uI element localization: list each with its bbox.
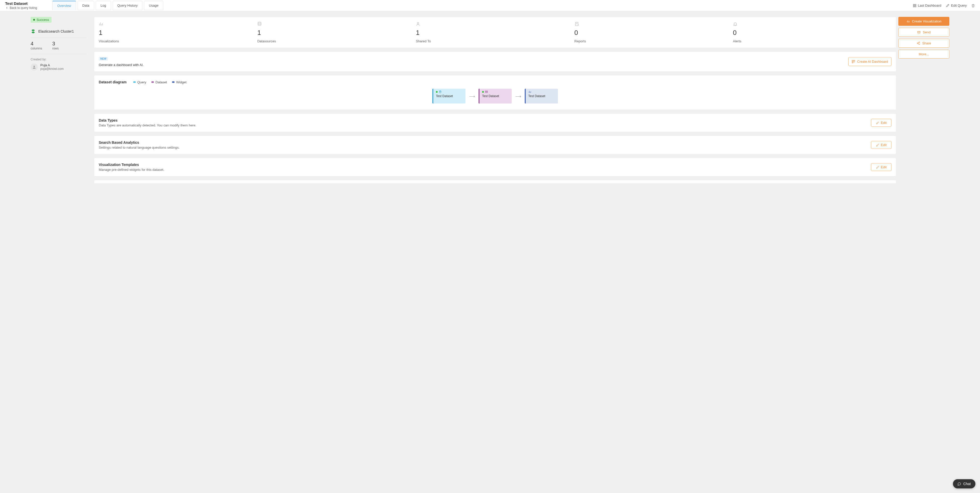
node-label: Test Dataset xyxy=(528,94,555,98)
diagram-node-dataset[interactable]: Test Dataset xyxy=(479,89,512,103)
status-mini-icon xyxy=(482,91,484,93)
columns-label: columns xyxy=(30,47,42,50)
last-dashboard-link[interactable]: Last Dashboard xyxy=(913,3,942,7)
legend-widget: Widget xyxy=(172,80,186,84)
stat-label: Datasources xyxy=(257,39,416,43)
search-analytics-edit-button[interactable]: Edit xyxy=(871,141,891,149)
svg-point-10 xyxy=(417,22,419,24)
sparkle-icon xyxy=(852,60,855,63)
rows-count: 3 rows xyxy=(52,41,59,50)
stat-visualizations[interactable]: 1 Visualizations xyxy=(99,22,257,43)
ai-card: NEW Generate a dashboard with AI. Create… xyxy=(94,51,896,71)
data-types-edit-button[interactable]: Edit xyxy=(871,119,891,127)
viz-templates-card: Visualization Templates Manage pre-defin… xyxy=(94,158,896,176)
data-types-title: Data Types xyxy=(99,118,196,122)
svg-point-35 xyxy=(919,44,920,44)
send-label: Send xyxy=(923,30,931,34)
node-label: Test Dataset xyxy=(436,94,463,98)
diagram-row: Test Dataset ⟶ Test Dataset ⟶ xyxy=(99,88,891,105)
user-name: Puja A xyxy=(40,63,64,67)
legend-widget-label: Widget xyxy=(176,80,186,84)
tab-query-history[interactable]: Query History xyxy=(113,1,142,10)
page-title: Test Dataset xyxy=(5,1,37,6)
page-body: Success Elasticsearch Cluster1 4 columns… xyxy=(0,11,980,194)
send-icon xyxy=(917,30,921,34)
last-dashboard-label: Last Dashboard xyxy=(918,3,942,7)
edit-query-link[interactable]: Edit Query xyxy=(946,3,967,7)
send-button[interactable]: Send xyxy=(898,28,950,37)
edit-query-label: Edit Query xyxy=(951,3,967,7)
diagram-node-widget[interactable]: Test Dataset xyxy=(525,89,558,103)
share-icon xyxy=(917,41,920,45)
edit-label: Edit xyxy=(881,121,886,125)
svg-rect-3 xyxy=(915,6,916,7)
stat-label: Shared To xyxy=(416,39,574,43)
ai-button-label: Create AI Dashboard xyxy=(857,60,888,63)
ai-text: Generate a dashboard with AI. xyxy=(99,63,144,67)
ai-text-block: NEW Generate a dashboard with AI. xyxy=(99,56,144,67)
stat-label: Reports xyxy=(574,39,733,43)
share-button[interactable]: Share xyxy=(898,39,950,48)
tab-data[interactable]: Data xyxy=(78,1,94,10)
pencil-icon xyxy=(876,165,880,169)
tab-usage[interactable]: Usage xyxy=(144,1,163,10)
legend-query: Query xyxy=(133,80,146,84)
stat-reports[interactable]: 0 Reports xyxy=(574,22,733,43)
svg-point-4 xyxy=(33,65,35,67)
stats-card: 1 Visualizations 1 Datasources 1 Shared … xyxy=(94,17,896,48)
diagram-node-query[interactable]: Test Dataset xyxy=(432,89,466,103)
sidebar: Success Elasticsearch Cluster1 4 columns… xyxy=(30,17,87,184)
pencil-icon xyxy=(876,143,880,147)
columns-value: 4 xyxy=(30,41,42,47)
svg-rect-2 xyxy=(913,6,915,7)
diagram-header: Dataset diagram Query Dataset Widget xyxy=(99,80,891,84)
svg-point-9 xyxy=(258,22,261,24)
svg-rect-0 xyxy=(913,4,915,5)
share-label: Share xyxy=(922,41,931,45)
svg-rect-20 xyxy=(485,91,488,93)
data-types-desc: Data Types are automatically detected. Y… xyxy=(99,124,196,127)
legend-dataset-label: Dataset xyxy=(156,80,167,84)
tab-overview[interactable]: Overview xyxy=(52,1,76,10)
chart-icon xyxy=(99,22,257,26)
svg-rect-1 xyxy=(915,4,916,5)
svg-line-37 xyxy=(918,43,919,44)
diagram-card: Dataset diagram Query Dataset Widget Tes… xyxy=(94,75,896,110)
more-button[interactable]: More... xyxy=(898,50,950,59)
viz-templates-edit-button[interactable]: Edit xyxy=(871,163,891,171)
status-mini-icon xyxy=(436,91,438,93)
data-types-card: Data Types Data Types are automatically … xyxy=(94,113,896,132)
rows-label: rows xyxy=(52,47,59,50)
stat-datasources[interactable]: 1 Datasources xyxy=(257,22,416,43)
stat-label: Alerts xyxy=(733,39,891,43)
stat-shared[interactable]: 1 Shared To xyxy=(416,22,574,43)
edit-label: Edit xyxy=(881,143,886,147)
datasource-name: Elasticsearch Cluster1 xyxy=(38,29,74,33)
svg-rect-17 xyxy=(854,60,855,61)
stat-value: 0 xyxy=(733,29,891,37)
create-ai-dashboard-button[interactable]: Create AI Dashboard xyxy=(848,57,891,66)
status-label: Success xyxy=(37,18,49,22)
svg-point-34 xyxy=(917,43,918,44)
diagram-legend: Query Dataset Widget xyxy=(133,80,186,84)
stat-alerts[interactable]: 0 Alerts xyxy=(733,22,891,43)
arrow-icon: ⟶ xyxy=(469,94,475,99)
tabs: Overview Data Log Query History Usage xyxy=(52,1,163,10)
back-link[interactable]: Back to query listing xyxy=(5,6,37,10)
create-visualization-button[interactable]: Create Visualization xyxy=(898,17,950,26)
tab-log[interactable]: Log xyxy=(96,1,111,10)
section-text: Search Based Analytics Settings related … xyxy=(99,141,180,149)
delete-button[interactable] xyxy=(971,4,975,7)
datasource-row[interactable]: Elasticsearch Cluster1 xyxy=(30,29,87,38)
arrow-icon: ⟶ xyxy=(515,94,521,99)
back-link-label: Back to query listing xyxy=(10,6,37,10)
query-node-icon xyxy=(439,90,442,93)
chevron-left-icon xyxy=(5,6,9,10)
bell-icon xyxy=(733,22,891,26)
more-label: More... xyxy=(919,52,929,56)
search-analytics-desc: Settings related to natural language que… xyxy=(99,146,180,149)
viz-templates-desc: Manage pre-defined widgets for this data… xyxy=(99,168,164,171)
report-icon xyxy=(574,22,733,26)
stat-value: 1 xyxy=(257,29,416,37)
stat-value: 1 xyxy=(99,29,257,37)
